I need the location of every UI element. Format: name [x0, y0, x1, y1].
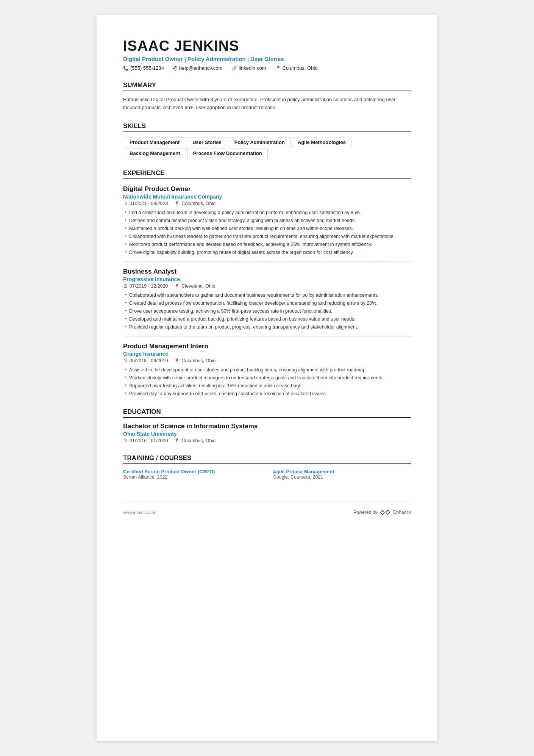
skills-container: Product ManagementUser StoriesPolicy Adm…	[123, 137, 411, 159]
job-location-item: 📍 Columbus, Ohio	[174, 201, 215, 207]
job-dates: 05/2018 - 06/2019	[130, 358, 168, 363]
job-title: Product Management Intern	[123, 343, 411, 350]
job-meta: 🗓 07/2019 - 12/2020 📍 Cleveland, Ohio	[123, 283, 411, 289]
calendar-icon: 🗓	[123, 358, 128, 363]
skills-title: SKILLS	[123, 122, 411, 132]
job-location: Columbus, Ohio	[181, 201, 215, 206]
company-name: Nationwide Mutual Insurance Company	[123, 194, 411, 200]
job-title: Business Analyst	[123, 268, 411, 275]
edu-school: Ohio State University	[123, 431, 411, 437]
job-divider	[123, 261, 411, 262]
powered-by-text: Powered by	[353, 510, 377, 515]
training-item-title: Agile Project Management	[273, 469, 411, 474]
location-icon: 📍	[275, 66, 281, 71]
edu-dates: 01/2016 - 01/2020	[130, 438, 168, 443]
list-item: Drove user acceptance testing, achieving…	[123, 307, 411, 315]
resume-page: ISAAC JENKINS Digital Product Owner | Po…	[97, 15, 437, 741]
location-icon: 📍	[174, 358, 180, 364]
training-item: Agile Project ManagementGoogle, Coursera…	[273, 469, 411, 480]
email-icon: @	[173, 66, 178, 71]
location-text: Columbus, Ohio	[283, 65, 318, 71]
job-divider	[123, 336, 411, 337]
experience-section: EXPERIENCE Digital Product OwnerNationwi…	[123, 169, 411, 398]
enhancv-logo-icon	[379, 509, 391, 516]
edu-degree: Bachelor of Science in Information Syste…	[123, 423, 411, 430]
calendar-icon: 🗓	[123, 201, 128, 206]
skill-tag: User Stories	[187, 138, 227, 147]
company-name: Progressive Insurance	[123, 276, 411, 282]
training-container: Certified Scrum Product Owner (CSPO)Scru…	[123, 469, 411, 480]
job-location-item: 📍 Columbus, Ohio	[174, 358, 215, 364]
job-dates-item: 🗓 05/2018 - 06/2019	[123, 358, 168, 363]
calendar-icon: 🗓	[123, 438, 128, 443]
skills-section: SKILLS Product ManagementUser StoriesPol…	[123, 122, 411, 159]
summary-text: Enthusiastic Digital Product Owner with …	[123, 96, 411, 112]
training-item: Certified Scrum Product Owner (CSPO)Scru…	[123, 469, 261, 480]
footer: www.enhancv.com Powered by Enhancv	[123, 502, 411, 516]
skill-tag: Backlog Management	[124, 149, 186, 158]
job-location-item: 📍 Cleveland, Ohio	[174, 283, 215, 289]
job-location: Cleveland, Ohio	[181, 283, 215, 289]
job-entry: Product Management InternGrange Insuranc…	[123, 343, 411, 398]
skill-tag: Policy Administration	[229, 138, 290, 147]
bullet-list: Assisted in the development of user stor…	[123, 366, 411, 398]
list-item: Collaborated with stakeholders to gather…	[123, 291, 411, 299]
bullet-list: Collaborated with stakeholders to gather…	[123, 291, 411, 331]
training-item-title: Certified Scrum Product Owner (CSPO)	[123, 469, 261, 474]
experience-title: EXPERIENCE	[123, 169, 411, 179]
footer-website: www.enhancv.com	[123, 510, 158, 515]
email-text: help@enhancv.com	[179, 65, 222, 71]
list-item: Drove digital capability building, promo…	[123, 249, 411, 256]
job-entry: Digital Product OwnerNationwide Mutual I…	[123, 185, 411, 262]
brand-name: Enhancv	[393, 510, 411, 515]
education-section: EDUCATION Bachelor of Science in Informa…	[123, 408, 411, 444]
header: ISAAC JENKINS Digital Product Owner | Po…	[123, 38, 411, 71]
location-icon: 📍	[174, 201, 180, 207]
list-item: Led a cross-functional team in developin…	[123, 209, 411, 216]
candidate-name: ISAAC JENKINS	[123, 38, 411, 54]
linkedin-text: linkedin.com	[239, 65, 266, 71]
location-item: 📍 Columbus, Ohio	[275, 65, 318, 71]
edu-location-item: 📍 Columbus, Ohio	[174, 438, 215, 444]
email-item: @ help@enhancv.com	[173, 65, 222, 71]
list-item: Collaborated with business leaders to ga…	[123, 233, 411, 240]
list-item: Assisted in the development of user stor…	[123, 366, 411, 374]
list-item: Supported user testing activities, resul…	[123, 382, 411, 390]
job-meta: 🗓 05/2018 - 06/2019 📍 Columbus, Ohio	[123, 358, 411, 364]
phone-icon: 📞	[123, 66, 129, 71]
job-entry: Business AnalystProgressive Insurance 🗓 …	[123, 268, 411, 337]
job-location: Columbus, Ohio	[181, 358, 215, 363]
skill-tag: Agile Methodologies	[292, 138, 351, 147]
list-item: Provided regular updates to the team on …	[123, 323, 411, 331]
summary-section: SUMMARY Enthusiastic Digital Product Own…	[123, 81, 411, 112]
bullet-list: Led a cross-functional team in developin…	[123, 209, 411, 256]
contact-row: 📞 (555) 555-1234 @ help@enhancv.com 🔗 li…	[123, 65, 411, 71]
job-title: Digital Product Owner	[123, 185, 411, 193]
list-item: Maintained a product backlog with well-d…	[123, 225, 411, 232]
candidate-title: Digital Product Owner | Policy Administr…	[123, 56, 411, 62]
education-title: EDUCATION	[123, 408, 411, 418]
training-section: TRAINING / COURSES Certified Scrum Produ…	[123, 454, 411, 480]
linkedin-item: 🔗 linkedin.com	[231, 65, 266, 71]
job-dates: 01/2021 - 08/2023	[130, 201, 168, 206]
edu-dates-item: 🗓 01/2016 - 01/2020	[123, 438, 168, 443]
job-dates: 07/2019 - 12/2020	[130, 283, 168, 289]
skill-tag: Product Management	[124, 138, 185, 147]
linkedin-icon: 🔗	[231, 66, 237, 71]
skill-tag: Process Flow Documentation	[187, 149, 268, 158]
phone-item: 📞 (555) 555-1234	[123, 65, 164, 71]
location-icon: 📍	[174, 283, 180, 289]
edu-location-icon: 📍	[174, 438, 180, 444]
list-item: Provided day-to-day support to end-users…	[123, 390, 411, 398]
list-item: Worked closely with senior product manag…	[123, 374, 411, 382]
calendar-icon: 🗓	[123, 283, 128, 289]
summary-title: SUMMARY	[123, 81, 411, 91]
list-item: Developed and maintained a product backl…	[123, 315, 411, 323]
jobs-container: Digital Product OwnerNationwide Mutual I…	[123, 185, 411, 398]
list-item: Defined and communicated product vision …	[123, 217, 411, 224]
enhancv-branding: Powered by Enhancv	[353, 509, 411, 516]
company-name: Grange Insurance	[123, 351, 411, 357]
job-meta: 🗓 01/2021 - 08/2023 📍 Columbus, Ohio	[123, 201, 411, 207]
edu-location: Columbus, Ohio	[181, 438, 215, 443]
edu-meta: 🗓 01/2016 - 01/2020 📍 Columbus, Ohio	[123, 438, 411, 444]
